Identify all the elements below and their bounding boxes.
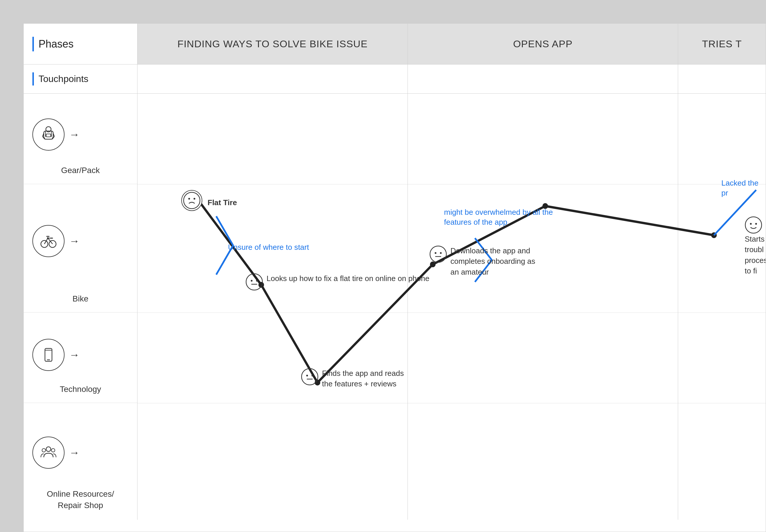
svg-point-5: [41, 240, 48, 247]
touchpoints-row: Touchpoints: [24, 64, 766, 94]
svg-point-19: [251, 280, 252, 282]
online-arrow: →: [69, 446, 80, 459]
finding-ways-title: FINDING WAYS TO SOLVE BIKE ISSUE: [177, 38, 368, 50]
people-svg: [40, 444, 57, 461]
col-opens-app: [408, 94, 678, 520]
gear-pack-icon-circle: [32, 118, 64, 151]
lacked-pr-annotation: Lacked the pr: [721, 178, 766, 198]
tries-title: TRIES T: [702, 38, 742, 50]
gear-pack-label: Gear/Pack: [24, 166, 137, 175]
divider-8: [678, 313, 766, 313]
header-row: Phases FINDING WAYS TO SOLVE BIKE ISSUE …: [24, 24, 766, 64]
divider-2: [137, 313, 408, 313]
sidebar-bike-row: → Bike: [24, 184, 137, 313]
tries-header: TRIES T: [678, 24, 766, 64]
columns-area: Flat Tire Unsure of where to start Looks…: [137, 94, 766, 520]
sidebar-tech-row: → Technology: [24, 313, 137, 403]
unsure-annotation: Unsure of where to start: [228, 243, 309, 252]
downloads-app-annotation: Downloads the app andcompletes onboardin…: [430, 245, 535, 277]
looks-up-annotation: Looks up how to fix a flat tire on onlin…: [245, 273, 430, 291]
touchpoints-cell: Touchpoints: [24, 64, 137, 93]
svg-point-13: [51, 449, 55, 452]
svg-point-22: [301, 369, 318, 385]
svg-point-30: [745, 217, 762, 233]
overwhelmed-annotation: might be overwhelmed by all thefeatures …: [444, 207, 553, 227]
sidebar: → Gear/Pack: [24, 94, 137, 520]
svg-point-20: [256, 280, 258, 282]
bike-svg: [40, 232, 57, 250]
svg-point-27: [435, 252, 437, 254]
touchpoints-col3: [678, 64, 766, 93]
divider-3: [137, 403, 408, 403]
tech-label: Technology: [24, 385, 137, 394]
bike-arrow: →: [69, 235, 80, 247]
touchpoints-blue-bar: [32, 72, 34, 86]
online-resources-label: Online Resources/Repair Shop: [24, 488, 137, 511]
touchpoints-col2: [408, 64, 678, 93]
svg-point-17: [193, 198, 195, 200]
svg-point-23: [306, 375, 308, 376]
sidebar-online-row: → Online Resources/Repair Shop: [24, 403, 137, 520]
svg-point-16: [188, 198, 190, 200]
online-resources-icon-circle: [32, 437, 64, 469]
finding-ways-header: FINDING WAYS TO SOLVE BIKE ISSUE: [137, 24, 408, 64]
svg-rect-2: [46, 134, 51, 137]
downloads-app-text: Downloads the app andcompletes onboardin…: [451, 245, 535, 277]
gear-pack-svg: [40, 126, 57, 143]
divider-6: [408, 403, 678, 403]
touchpoints-col1: [137, 64, 408, 93]
gear-arrow: →: [69, 128, 80, 141]
svg-point-18: [246, 274, 262, 290]
phone-svg: [40, 346, 57, 364]
flat-tire-label: Flat Tire: [207, 197, 237, 208]
divider-4: [408, 184, 678, 184]
svg-point-12: [42, 449, 46, 452]
svg-point-7: [47, 237, 49, 239]
main-container: Phases FINDING WAYS TO SOLVE BIKE ISSUE …: [23, 23, 766, 532]
content-area: → Gear/Pack: [24, 94, 766, 520]
phases-label: Phases: [39, 38, 74, 50]
touchpoints-label: Touchpoints: [39, 74, 88, 84]
tech-arrow: →: [69, 349, 80, 361]
col-finding-ways: [137, 94, 408, 520]
looks-up-text: Looks up how to fix a flat tire on onlin…: [266, 273, 430, 284]
svg-point-15: [184, 192, 200, 209]
opens-app-title: OPENS APP: [513, 38, 573, 50]
blue-accent-bar: [32, 37, 34, 51]
divider-5: [408, 313, 678, 313]
overwhelmed-text: might be overwhelmed by all thefeatures …: [444, 208, 553, 226]
starts-trouble-text: Starts troublprocess to fi: [745, 234, 766, 276]
svg-point-24: [311, 375, 313, 376]
sidebar-gear-row: → Gear/Pack: [24, 94, 137, 184]
phases-header-cell: Phases: [24, 24, 137, 64]
svg-point-11: [46, 447, 51, 451]
svg-point-26: [430, 246, 446, 262]
finds-app-text: Finds the app and readsthe features + re…: [322, 368, 404, 389]
divider-9: [678, 403, 766, 403]
col-tries: [678, 94, 766, 520]
svg-point-32: [755, 223, 757, 225]
divider-1: [137, 184, 408, 184]
flat-tire-face: [181, 190, 202, 211]
lacked-pr-text: Lacked the pr: [721, 179, 758, 197]
svg-point-31: [750, 223, 752, 225]
starts-trouble-annotation: Starts troublprocess to fi: [745, 216, 766, 276]
bike-icon-circle: [32, 225, 64, 257]
opens-app-header: OPENS APP: [408, 24, 678, 64]
tech-icon-circle: [32, 339, 64, 371]
bike-label: Bike: [24, 294, 137, 303]
finds-app-annotation: Finds the app and readsthe features + re…: [301, 368, 404, 389]
svg-point-28: [440, 252, 442, 254]
